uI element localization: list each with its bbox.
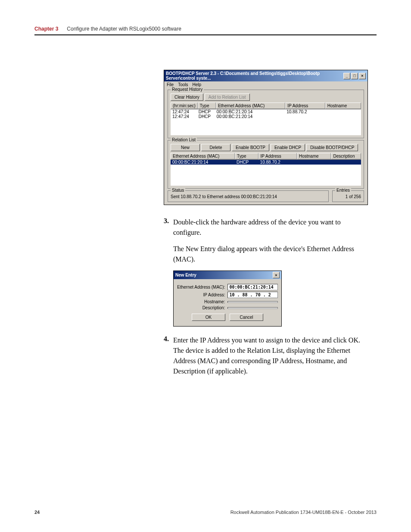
publication-info: Rockwell Automation Publication 1734-UM0…	[230, 510, 377, 515]
new-entry-titlebar[interactable]: New Entry ×	[174, 271, 281, 279]
cell-desc	[331, 160, 361, 165]
step-number: 4.	[164, 335, 173, 376]
bootp-window: BOOTP/DHCP Server 2.3 - C:\Documents and…	[164, 70, 368, 205]
col-ip[interactable]: IP Address	[285, 103, 325, 109]
request-history-header: (hr:min:sec) Type Ethernet Address (MAC)…	[171, 103, 361, 109]
col-ip[interactable]: IP Address	[258, 153, 297, 159]
col-type[interactable]: Type	[235, 153, 258, 159]
cell-ip: 10.88.70.2	[258, 160, 297, 165]
col-type[interactable]: Type	[198, 103, 216, 109]
cell-host	[325, 114, 361, 119]
status-title: Status	[171, 188, 185, 193]
ip-input[interactable]: 10 . 88 . 70 . 2	[227, 292, 278, 298]
close-button[interactable]: ×	[273, 272, 280, 278]
chapter-title: Configure the Adapter with RSLogix5000 s…	[67, 26, 181, 32]
bootp-titlebar[interactable]: BOOTP/DHCP Server 2.3 - C:\Documents and…	[164, 70, 367, 81]
request-history-group: Request History Clear History Add to Rel…	[168, 90, 364, 138]
cell-time: 12:47:24	[171, 114, 197, 119]
menu-tools[interactable]: Tools	[178, 82, 188, 87]
clear-history-button[interactable]: Clear History	[171, 93, 203, 101]
new-entry-dialog: New Entry × Ethernet Address (MAC): 00:0…	[173, 271, 282, 327]
relation-list-body[interactable]: 00:00:BC:21:20:14 DHCP 10.88.70.2	[171, 160, 361, 186]
page-footer: 24 Rockwell Automation Publication 1734-…	[34, 510, 377, 515]
mac-input[interactable]: 00:00:BC:21:20:14	[227, 284, 278, 290]
step-4: 4. Enter the IP Address you want to assi…	[164, 335, 368, 376]
col-mac[interactable]: Ethernet Address (MAC)	[171, 153, 235, 159]
hostname-label: Hostname:	[177, 299, 227, 304]
history-row[interactable]: 12:47:24 DHCP 00:00:BC:21:20:14 10.88.70…	[171, 109, 361, 114]
request-history-list[interactable]: 12:47:24 DHCP 00:00:BC:21:20:14 10.88.70…	[171, 109, 361, 135]
cancel-button[interactable]: Cancel	[230, 314, 263, 321]
hostname-input[interactable]	[227, 301, 278, 303]
ok-button[interactable]: OK	[192, 314, 225, 321]
cell-host	[325, 109, 361, 114]
enable-bootp-button[interactable]: Enable BOOTP	[232, 144, 269, 151]
col-time[interactable]: (hr:min:sec)	[171, 103, 198, 109]
cell-type: DHCP	[235, 160, 258, 165]
minimize-button[interactable]: _	[343, 73, 350, 79]
step-number: 3.	[164, 217, 173, 238]
entries-text: 1 of 256	[346, 194, 361, 199]
delete-button[interactable]: Delete	[201, 144, 230, 151]
cell-mac: 00:00:BC:21:20:14	[215, 114, 285, 119]
new-entry-title: New Entry	[175, 273, 196, 277]
menu-file[interactable]: File	[167, 82, 174, 87]
entries-title: Entries	[335, 188, 351, 193]
disable-bootp-dhcp-button[interactable]: Disable BOOTP/DHCP	[306, 144, 358, 151]
col-desc[interactable]: Description	[331, 153, 361, 159]
cell-host	[297, 160, 331, 165]
relation-row[interactable]: 00:00:BC:21:20:14 DHCP 10.88.70.2	[171, 160, 361, 165]
cell-type: DHCP	[197, 109, 215, 114]
relation-list-header: Ethernet Address (MAC) Type IP Address H…	[171, 153, 361, 160]
col-host[interactable]: Hostname	[325, 103, 361, 109]
history-row[interactable]: 12:47:24 DHCP 00:00:BC:21:20:14	[171, 114, 361, 119]
entries-group: Entries 1 of 256	[332, 190, 364, 202]
cell-mac: 00:00:BC:21:20:14	[215, 109, 285, 114]
status-text: Sent 10.88.70.2 to Ethernet address 00:0…	[171, 194, 277, 199]
step-text: Enter the IP Address you want to assign …	[173, 335, 368, 376]
ip-label: IP Address:	[177, 292, 227, 297]
mac-label: Ethernet Address (MAC):	[177, 285, 227, 289]
bootp-title-text: BOOTP/DHCP Server 2.3 - C:\Documents and…	[166, 71, 343, 81]
add-relation-button[interactable]: Add to Relation List	[205, 93, 250, 101]
cell-ip	[285, 114, 325, 119]
status-group: Status Sent 10.88.70.2 to Ethernet addre…	[168, 190, 329, 202]
cell-time: 12:47:24	[171, 109, 197, 114]
enable-dhcp-button[interactable]: Enable DHCP	[271, 144, 305, 151]
request-history-title: Request History	[171, 87, 204, 92]
page-number: 24	[34, 510, 40, 515]
col-host[interactable]: Hostname	[297, 153, 331, 159]
relation-list-group: Relation List New Delete Enable BOOTP En…	[168, 140, 364, 189]
description-label: Description:	[177, 305, 227, 310]
cell-ip: 10.88.70.2	[285, 109, 325, 114]
page-header: Chapter 3 Configure the Adapter with RSL…	[34, 26, 377, 32]
chapter-label: Chapter 3	[34, 26, 58, 32]
cell-type: DHCP	[197, 114, 215, 119]
relation-list-title: Relation List	[171, 137, 197, 142]
close-button[interactable]: ×	[359, 73, 366, 79]
description-input[interactable]	[227, 307, 278, 309]
step-text: Double-click the hardware address of the…	[173, 217, 368, 238]
maximize-button[interactable]: □	[351, 73, 358, 79]
cell-mac: 00:00:BC:21:20:14	[171, 160, 235, 165]
new-button[interactable]: New	[171, 144, 200, 151]
header-rule	[34, 34, 377, 35]
step-3-followup: The New Entry dialog appears with the de…	[173, 244, 368, 264]
menu-help[interactable]: Help	[192, 82, 201, 87]
col-mac[interactable]: Ethernet Address (MAC)	[216, 103, 285, 109]
step-3: 3. Double-click the hardware address of …	[164, 217, 368, 238]
